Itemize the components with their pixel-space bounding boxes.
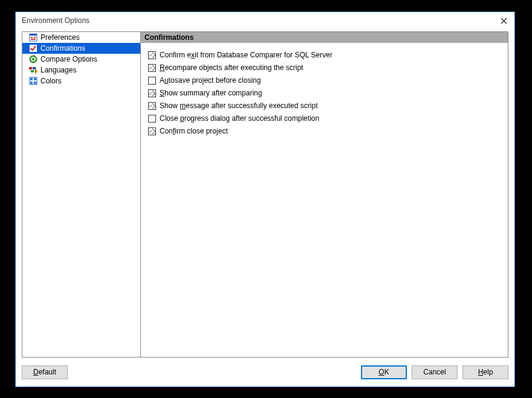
svg-rect-20 — [34, 82, 36, 84]
nav-item-preferences[interactable]: Preferences — [22, 32, 140, 43]
svg-rect-11 — [29, 67, 32, 69]
checkbox-close-progress[interactable]: Close progress dialog after successful c… — [148, 112, 501, 124]
content-panel: Confirmations Confirm exit from Database… — [141, 31, 508, 358]
svg-line-1 — [501, 18, 507, 24]
checkbox-recompare[interactable]: Recompare objects after executing the sc… — [148, 62, 501, 74]
svg-rect-16 — [30, 77, 37, 85]
default-button[interactable]: Default — [22, 365, 68, 379]
nav-item-languages[interactable]: Languages — [22, 65, 140, 75]
checkbox-icon — [148, 127, 156, 135]
checkbox-icon — [148, 77, 156, 85]
nav-panel: Preferences Confirmations — [22, 31, 141, 358]
cancel-button[interactable]: Cancel — [412, 365, 458, 379]
content-header: Confirmations — [141, 32, 508, 43]
checkbox-label: Show message after successfully executed… — [160, 101, 317, 110]
svg-rect-7 — [30, 45, 37, 53]
svg-line-0 — [501, 18, 507, 24]
checkbox-label: Close progress dialog after successful c… — [160, 114, 319, 123]
svg-marker-9 — [35, 58, 36, 59]
svg-rect-5 — [34, 37, 36, 38]
checkbox-label: Autosave project before closing — [160, 76, 261, 85]
nav-label: Colors — [41, 77, 62, 85]
colors-icon — [28, 76, 38, 86]
svg-rect-18 — [34, 78, 36, 80]
nav-label: Preferences — [41, 33, 80, 42]
svg-rect-14 — [34, 70, 37, 72]
button-bar: Default OK Cancel Help — [22, 364, 508, 380]
checkbox-icon — [148, 102, 156, 110]
checkbox-icon — [148, 51, 156, 59]
checkbox-confirm-exit[interactable]: Confirm exit from Database Comparer for … — [148, 49, 501, 61]
window-title: Environment Options — [22, 16, 498, 25]
dialog-window: Environment Options Pref — [15, 11, 515, 387]
nav-item-colors[interactable]: Colors — [22, 75, 140, 86]
svg-rect-3 — [30, 34, 37, 36]
compare-icon — [28, 54, 38, 64]
svg-rect-6 — [31, 39, 36, 40]
close-icon — [501, 18, 507, 24]
preferences-icon — [28, 33, 38, 42]
svg-rect-19 — [30, 82, 33, 84]
nav-item-confirmations[interactable]: Confirmations — [22, 43, 140, 54]
nav-label: Confirmations — [41, 44, 85, 53]
languages-icon — [28, 65, 38, 75]
ok-button[interactable]: OK — [361, 365, 407, 379]
checkbox-label: Show summary after comparing — [160, 89, 262, 97]
checkbox-label: Confirm exit from Database Comparer for … — [160, 51, 332, 59]
nav-label: Languages — [41, 66, 76, 74]
nav-label: Compare Options — [41, 55, 97, 63]
checkbox-icon — [148, 64, 156, 72]
checkbox-confirm-close-project[interactable]: Confirm close project — [148, 125, 501, 137]
svg-marker-10 — [30, 59, 31, 60]
confirmations-icon — [28, 43, 38, 53]
help-button[interactable]: Help — [462, 365, 508, 379]
svg-point-8 — [30, 56, 37, 63]
titlebar: Environment Options — [16, 12, 514, 29]
svg-rect-2 — [30, 34, 37, 41]
checkbox-label: Recompare objects after executing the sc… — [160, 63, 303, 72]
checkbox-label: Confirm close project — [160, 127, 228, 135]
checkbox-icon — [148, 115, 156, 123]
content-inner: Confirm exit from Database Comparer for … — [141, 43, 508, 144]
svg-rect-13 — [31, 70, 34, 72]
svg-rect-17 — [30, 78, 33, 80]
svg-rect-4 — [31, 37, 33, 38]
checkbox-autosave[interactable]: Autosave project before closing — [148, 74, 501, 86]
checkbox-icon — [148, 89, 156, 97]
checkbox-show-summary[interactable]: Show summary after comparing — [148, 87, 501, 99]
dialog-body: Preferences Confirmations — [22, 31, 508, 358]
nav-item-compare-options[interactable]: Compare Options — [22, 54, 140, 65]
checkbox-show-message[interactable]: Show message after successfully executed… — [148, 100, 501, 112]
close-button[interactable] — [498, 14, 510, 27]
svg-rect-12 — [33, 67, 36, 69]
